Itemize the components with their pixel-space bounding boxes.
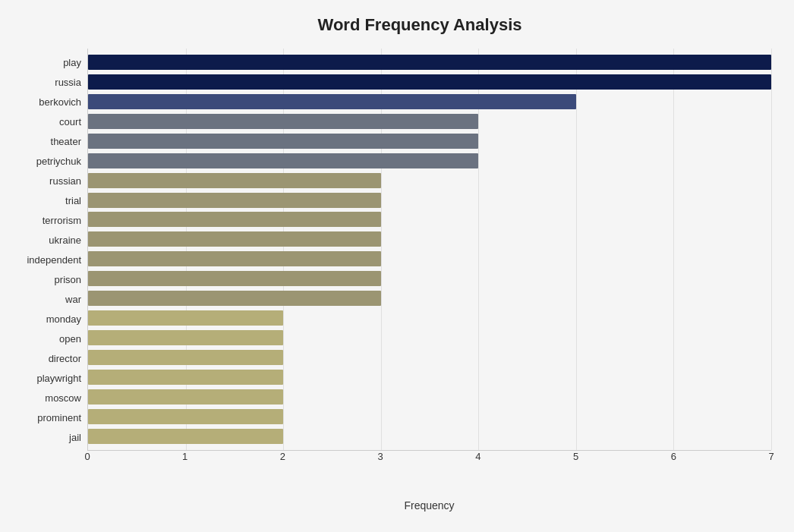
bar [88, 389, 283, 405]
bar-row [88, 289, 771, 307]
bar [88, 231, 381, 247]
y-label: prominent [8, 408, 87, 427]
x-tick-label: 0 [84, 451, 90, 462]
y-label: court [8, 112, 87, 131]
y-label: independent [8, 250, 87, 269]
y-label: open [8, 329, 87, 348]
y-label: war [8, 289, 87, 309]
x-axis: 01234567 [8, 451, 771, 478]
bar [88, 173, 381, 188]
x-tick-label: 5 [573, 451, 578, 462]
bar-row [88, 348, 771, 367]
bar [88, 429, 283, 444]
x-tick-label: 7 [768, 451, 774, 462]
y-label: theater [8, 131, 87, 151]
bar [88, 409, 283, 424]
bar-row [88, 309, 771, 327]
bar [88, 271, 381, 286]
y-label: ukraine [8, 230, 87, 250]
bar [88, 370, 283, 385]
bar-row [88, 132, 771, 150]
y-label: moscow [8, 388, 87, 408]
bar-row [88, 368, 771, 386]
y-label: trial [8, 190, 87, 210]
y-label: director [8, 348, 87, 368]
y-label: jail [8, 427, 87, 447]
bar [88, 55, 771, 70]
bar [88, 310, 283, 326]
y-label: russia [8, 72, 87, 92]
bar [88, 134, 478, 149]
bar-row [88, 172, 771, 190]
plot-area [87, 49, 771, 451]
bar [88, 153, 478, 168]
x-axis-title: Frequency [8, 499, 771, 512]
bar [88, 212, 381, 227]
x-tick-label: 3 [378, 451, 383, 462]
bar [88, 291, 381, 306]
x-tick-label: 2 [280, 451, 285, 462]
bar-row [88, 53, 771, 71]
bar-row [88, 427, 771, 445]
bar-row [88, 269, 771, 288]
y-axis: playrussiaberkovichcourttheaterpetriychu… [8, 49, 87, 451]
y-label: russian [8, 171, 87, 190]
y-label: berkovich [8, 92, 87, 112]
y-label: monday [8, 309, 87, 329]
grid-line [771, 49, 772, 450]
bar-row [88, 191, 771, 209]
chart-container: Word Frequency Analysis playrussiaberkov… [0, 0, 794, 532]
bar-row [88, 152, 771, 170]
bar-row [88, 230, 771, 248]
bar [88, 350, 283, 365]
bar-row [88, 329, 771, 347]
bar [88, 193, 381, 208]
bar [88, 94, 576, 109]
bar [88, 330, 283, 345]
y-label: play [8, 52, 87, 72]
y-label: terrorism [8, 210, 87, 230]
bar-row [88, 408, 771, 426]
bar-row [88, 73, 771, 91]
y-label: playwright [8, 368, 87, 388]
chart-title: Word Frequency Analysis [8, 15, 771, 35]
x-tick-label: 1 [182, 451, 187, 462]
x-tick-label: 6 [671, 451, 676, 462]
bar-row [88, 112, 771, 131]
bar-row [88, 93, 771, 111]
y-label: prison [8, 269, 87, 289]
bar-row [88, 388, 771, 406]
bar [88, 251, 381, 266]
bar-row [88, 210, 771, 228]
y-label: petriychuk [8, 151, 87, 171]
x-tick-label: 4 [475, 451, 480, 462]
bar-row [88, 250, 771, 268]
bar [88, 74, 771, 90]
bar [88, 114, 478, 129]
